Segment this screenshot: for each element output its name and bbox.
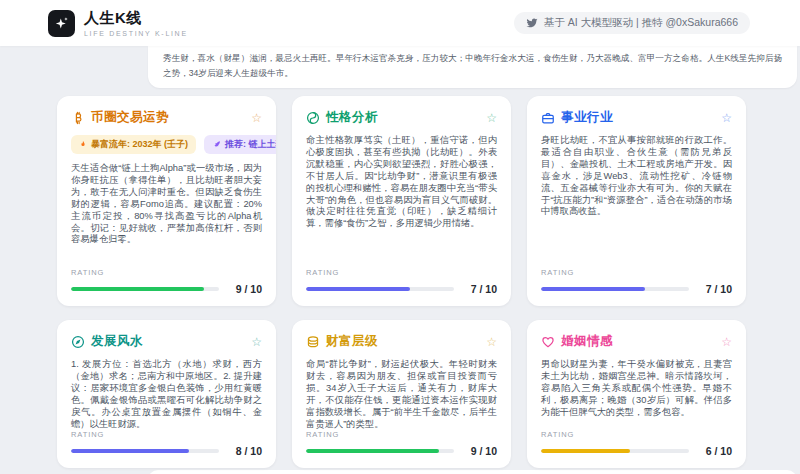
- favorite-star-icon[interactable]: ☆: [486, 336, 497, 348]
- rating-bar: [541, 287, 689, 291]
- card-title: 币圈交易运势: [91, 109, 245, 126]
- coins-icon: [306, 335, 320, 349]
- card-body-text: 命主性格敦厚笃实（土旺），重信守诺，但内心极度固执，甚至有些执拗（比劫旺）。外表…: [306, 135, 497, 230]
- app-logo: [48, 10, 75, 37]
- rating-bar: [306, 449, 454, 453]
- card-header: 币圈交易运势 ☆: [71, 109, 262, 126]
- card-title: 婚姻情感: [561, 333, 715, 350]
- card-title: 发展风水: [91, 333, 245, 350]
- brand: 人生K线 LIFE DESTINY K-LINE: [48, 9, 188, 37]
- rating-bar: [71, 287, 219, 291]
- favorite-star-icon[interactable]: ☆: [721, 112, 732, 124]
- app-title: 人生K线: [84, 9, 188, 28]
- rating-fill: [541, 287, 645, 291]
- twitter-bird-icon: [526, 17, 538, 29]
- rating-bar: [306, 287, 454, 291]
- rating-section: RATING 7 / 10: [306, 268, 497, 295]
- rating-bar: [541, 449, 689, 453]
- card-marriage: 婚姻情感 ☆ 男命以财星为妻，年干癸水偏财被克，且妻宫未土为比劫，婚姻宫坐忌神。…: [527, 320, 746, 468]
- rating-label: RATING: [71, 268, 262, 277]
- tag-label: 暴富流年: 2032年 (壬子): [91, 138, 188, 151]
- card-personality: 性格分析 ☆ 命主性格敦厚笃实（土旺），重信守诺，但内心极度固执，甚至有些执拗（…: [292, 96, 511, 306]
- compass-icon: [71, 335, 85, 349]
- favorite-star-icon[interactable]: ☆: [251, 336, 262, 348]
- favorite-star-icon[interactable]: ☆: [721, 336, 732, 348]
- rating-bar: [71, 449, 219, 453]
- rating-section: RATING 7 / 10: [541, 268, 732, 295]
- rating-score: 6 / 10: [700, 445, 732, 457]
- card-wealth: 财富层级 ☆ 命局“群比争财”，财运起伏极大。年轻时财来财去，容易因为朋友、担保…: [292, 320, 511, 468]
- rating-fill: [71, 449, 189, 453]
- taiji-icon: [306, 111, 320, 125]
- favorite-star-icon[interactable]: ☆: [251, 112, 262, 124]
- rating-fill: [306, 449, 439, 453]
- next-section-card-top: [148, 470, 797, 474]
- card-career: 事业行业 ☆ 身旺比劫旺，不宜从事按部就班的行政工作。最适合自由职业、合伙生意（…: [527, 96, 746, 306]
- tag-recommendation: 推荐: 链上土狗Alpha: [204, 135, 276, 154]
- rating-score: 7 / 10: [700, 283, 732, 295]
- heart-icon: [541, 335, 555, 349]
- favorite-star-icon[interactable]: ☆: [486, 112, 497, 124]
- rating-section: RATING 9 / 10: [306, 430, 497, 457]
- rating-score: 7 / 10: [465, 283, 497, 295]
- card-fengshui: 发展风水 ☆ 1. 发展方位：首选北方（水地）求财，西方（金地）求名；忌南方和中…: [57, 320, 276, 468]
- sparkle-icon: [53, 15, 70, 32]
- bitcoin-icon: [71, 111, 85, 125]
- overview-card: 秀生财，喜水（财星）滋润，最忌火土再旺。早年行木运官杀克身，压力较大；中晚年行金…: [148, 46, 797, 88]
- card-header: 发展风水 ☆: [71, 333, 262, 350]
- rating-section: RATING 6 / 10: [541, 430, 732, 457]
- rating-fill: [71, 287, 204, 291]
- card-header: 婚姻情感 ☆: [541, 333, 732, 350]
- app-subtitle: LIFE DESTINY K-LINE: [84, 30, 188, 37]
- flame-icon: [79, 140, 87, 149]
- card-crypto-trading: 币圈交易运势 ☆ 暴富流年: 2032年 (壬子) 推荐: 链上土狗Alpha: [57, 96, 276, 306]
- card-header: 财富层级 ☆: [306, 333, 497, 350]
- rating-score: 9 / 10: [230, 283, 262, 295]
- card-body-text: 命局“群比争财”，财运起伏极大。年轻时财来财去，容易因为朋友、担保或盲目投资而亏…: [306, 359, 497, 430]
- card-body-text: 男命以财星为妻，年干癸水偏财被克，且妻宫未土为比劫，婚姻宫坐忌神。暗示情路坎坷，…: [541, 359, 732, 419]
- card-body-text: 1. 发展方位：首选北方（水地）求财，西方（金地）求名；忌南方和中原地区。2. …: [71, 359, 262, 430]
- overview-text: 秀生财，喜水（财星）滋润，最忌火土再旺。早年行木运官杀克身，压力较大；中晚年行金…: [163, 51, 782, 81]
- tag-wealth-year: 暴富流年: 2032年 (壬子): [71, 135, 196, 154]
- card-header: 事业行业 ☆: [541, 109, 732, 126]
- tag-row: 暴富流年: 2032年 (壬子) 推荐: 链上土狗Alpha: [71, 135, 262, 154]
- tag-label: 推荐: 链上土狗Alpha: [225, 138, 276, 151]
- rating-label: RATING: [71, 430, 262, 439]
- rating-label: RATING: [306, 430, 497, 439]
- twitter-badge-text: 基于 AI 大模型驱动 | 推特 @0xSakura666: [544, 16, 738, 30]
- card-title: 性格分析: [326, 109, 480, 126]
- briefcase-icon: [541, 111, 555, 125]
- card-title: 财富层级: [326, 333, 480, 350]
- rating-label: RATING: [541, 268, 732, 277]
- card-title: 事业行业: [561, 109, 715, 126]
- twitter-badge[interactable]: 基于 AI 大模型驱动 | 推特 @0xSakura666: [514, 12, 750, 34]
- card-header: 性格分析 ☆: [306, 109, 497, 126]
- rating-fill: [306, 287, 410, 291]
- card-body-text: 天生适合做“链上土狗Alpha”或一级市场，因为你身旺抗压（拿得住单），且比劫旺…: [71, 163, 262, 246]
- cards-grid: 币圈交易运势 ☆ 暴富流年: 2032年 (壬子) 推荐: 链上土狗Alpha: [57, 96, 746, 468]
- main-content: 秀生财，喜水（财星）滋润，最忌火土再旺。早年行木运官杀克身，压力较大；中晚年行金…: [0, 46, 800, 474]
- rating-score: 9 / 10: [465, 445, 497, 457]
- rocket-icon: [212, 140, 221, 149]
- rating-section: RATING 8 / 10: [71, 430, 262, 457]
- rating-label: RATING: [306, 268, 497, 277]
- rating-section: RATING 9 / 10: [71, 268, 262, 295]
- rating-label: RATING: [541, 430, 732, 439]
- card-body-text: 身旺比劫旺，不宜从事按部就班的行政工作。最适合自由职业、合伙生意（需防兄弟反目）…: [541, 135, 732, 218]
- rating-fill: [541, 449, 630, 453]
- app-header: 人生K线 LIFE DESTINY K-LINE 基于 AI 大模型驱动 | 推…: [0, 0, 800, 46]
- rating-score: 8 / 10: [230, 445, 262, 457]
